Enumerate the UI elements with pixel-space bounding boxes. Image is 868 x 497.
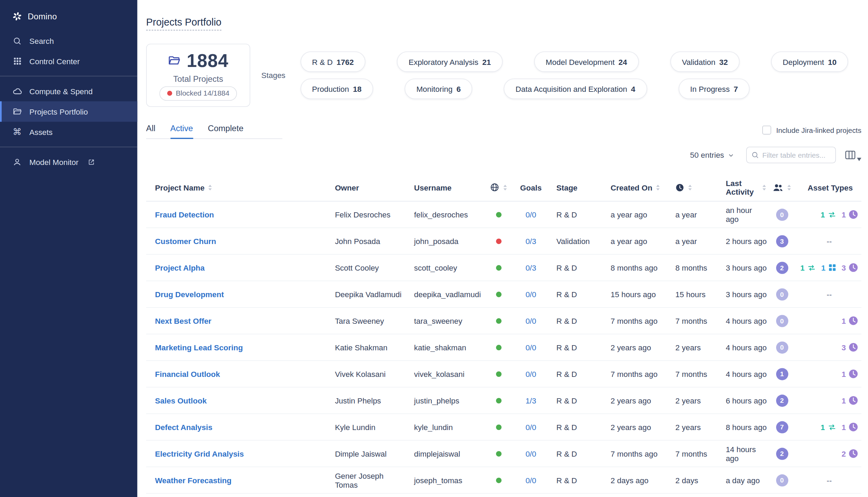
tab-complete[interactable]: Complete bbox=[208, 120, 244, 138]
asset-count: 1 bbox=[841, 396, 846, 405]
project-name-link[interactable]: Fraud Detection bbox=[155, 210, 214, 219]
goals-link[interactable]: 0/3 bbox=[525, 263, 536, 272]
column-label: Goals bbox=[520, 183, 542, 192]
sync-asset-icon bbox=[828, 423, 837, 431]
goals-link[interactable]: 0/0 bbox=[525, 369, 536, 378]
sidebar-item-assets[interactable]: ⌘Assets bbox=[0, 122, 137, 142]
blocked-label: Blocked 14/1884 bbox=[176, 89, 229, 97]
total-projects-count: 1884 bbox=[187, 50, 229, 71]
stage-cell: R & D bbox=[547, 361, 600, 387]
status-dot bbox=[496, 424, 502, 430]
collaborators-badge: 0 bbox=[776, 208, 788, 221]
column-label: Owner bbox=[335, 183, 359, 192]
sort-arrows-icon[interactable] bbox=[208, 184, 213, 191]
blocked-badge[interactable]: Blocked 14/1884 bbox=[159, 86, 237, 100]
stage-pill-in-progress[interactable]: In Progress7 bbox=[678, 79, 750, 99]
goals-link[interactable]: 0/0 bbox=[525, 449, 536, 458]
asset-types-cell: 3 bbox=[797, 334, 861, 360]
stage-cell: R & D bbox=[547, 281, 600, 307]
stage-pill-r-d[interactable]: R & D1762 bbox=[301, 51, 365, 72]
sidebar-item-control-center[interactable]: Control Center bbox=[0, 51, 137, 71]
last-activity-cell: an hour ago bbox=[711, 202, 766, 227]
tab-active[interactable]: Active bbox=[170, 120, 193, 139]
column-header-activity[interactable]: Last Activity bbox=[711, 174, 766, 201]
username-cell: kyle_lundin bbox=[405, 414, 483, 440]
sidebar-item-label: Search bbox=[29, 36, 54, 45]
filter-search bbox=[746, 147, 836, 163]
sidebar-item-search[interactable]: Search bbox=[0, 30, 137, 51]
username-cell: deepika_vadlamudi bbox=[405, 281, 483, 307]
stage-pill-production[interactable]: Production18 bbox=[301, 79, 373, 99]
stage-pill-validation[interactable]: Validation32 bbox=[670, 51, 740, 72]
project-name-link[interactable]: Defect Analysis bbox=[155, 422, 212, 431]
column-header-name[interactable]: Project Name bbox=[146, 174, 326, 201]
sidebar-item-model-monitor[interactable]: Model Monitor bbox=[0, 152, 137, 172]
table-header-row: Project NameOwnerUsernameGoalsStageCreat… bbox=[146, 174, 861, 202]
asset-count: 1 bbox=[841, 369, 846, 378]
brand[interactable]: Domino bbox=[0, 6, 137, 30]
stage-pill-exploratory-analysis[interactable]: Exploratory Analysis21 bbox=[397, 51, 503, 72]
last-activity-cell: 3 hours ago bbox=[711, 281, 766, 307]
stage-pill-model-development[interactable]: Model Development24 bbox=[534, 51, 639, 72]
project-name-link[interactable]: Customer Churn bbox=[155, 237, 216, 246]
column-header-duration[interactable] bbox=[667, 174, 711, 201]
sort-arrows-icon[interactable] bbox=[688, 184, 693, 191]
goals-link[interactable]: 0/0 bbox=[525, 290, 536, 299]
project-name-link[interactable]: Sales Outlook bbox=[155, 396, 207, 405]
project-name-link[interactable]: Financial Outlook bbox=[155, 369, 220, 378]
sort-arrows-icon[interactable] bbox=[762, 184, 766, 191]
sort-arrows-icon[interactable] bbox=[656, 184, 660, 191]
stage-cell: R & D bbox=[547, 308, 600, 334]
sidebar-item-projects-portfolio[interactable]: Projects Portfolio bbox=[0, 101, 137, 121]
jira-checkbox[interactable] bbox=[762, 126, 771, 135]
stage-name: Production bbox=[312, 85, 349, 94]
stage-pill-data-acquisition-and-exploration[interactable]: Data Acquisition and Exploration4 bbox=[504, 79, 647, 99]
stage-count: 18 bbox=[353, 85, 362, 94]
asset-count: 1 bbox=[841, 210, 846, 219]
goals-link[interactable]: 0/0 bbox=[525, 210, 536, 219]
person-icon bbox=[12, 157, 22, 166]
username-cell: justin_phelps bbox=[405, 388, 483, 413]
tab-all[interactable]: All bbox=[146, 120, 155, 138]
sync-asset-icon bbox=[807, 264, 816, 271]
stage-cell: R & D bbox=[547, 467, 600, 493]
goals-link[interactable]: 0/0 bbox=[525, 316, 536, 325]
goals-link[interactable]: 1/3 bbox=[525, 396, 536, 405]
stage-pill-monitoring[interactable]: Monitoring6 bbox=[405, 79, 473, 99]
goals-link[interactable]: 0/3 bbox=[525, 237, 536, 246]
blocked-dot-icon bbox=[167, 91, 172, 96]
stage-name: Data Acquisition and Exploration bbox=[516, 85, 627, 94]
project-name-link[interactable]: Next Best Offer bbox=[155, 316, 211, 325]
project-name-link[interactable]: Weather Forecasting bbox=[155, 476, 232, 485]
stats-row: 1884 Total Projects Blocked 14/1884 Stag… bbox=[146, 44, 861, 107]
created-on-cell: 2 years ago bbox=[601, 388, 667, 413]
username-cell: scott_cooley bbox=[405, 255, 483, 281]
column-header-visibility[interactable] bbox=[483, 174, 515, 201]
column-header-collaborators[interactable] bbox=[767, 174, 797, 201]
brand-label: Domino bbox=[28, 12, 57, 21]
stage-pill-deployment[interactable]: Deployment10 bbox=[771, 51, 848, 72]
jira-checkbox-label: Include Jira-linked projects bbox=[776, 126, 861, 134]
last-activity-cell: 4 hours ago bbox=[711, 308, 766, 334]
entries-dropdown[interactable]: 50 entries bbox=[690, 150, 734, 159]
project-name-link[interactable]: Marketing Lead Scoring bbox=[155, 343, 243, 352]
sort-arrows-icon[interactable] bbox=[786, 184, 791, 191]
stage-count: 24 bbox=[619, 57, 627, 66]
filter-table-input[interactable] bbox=[762, 151, 831, 159]
sort-arrows-icon[interactable] bbox=[503, 184, 507, 191]
sidebar-item-compute-spend[interactable]: Compute & Spend bbox=[0, 81, 137, 101]
column-settings-button[interactable] bbox=[844, 149, 861, 161]
project-name-link[interactable]: Drug Development bbox=[155, 290, 224, 299]
goals-link[interactable]: 0/0 bbox=[525, 422, 536, 431]
sidebar-nav: SearchControl CenterCompute & SpendProje… bbox=[0, 30, 137, 172]
column-header-stage: Stage bbox=[547, 174, 600, 201]
command-icon: ⌘ bbox=[12, 128, 22, 137]
goals-link[interactable]: 0/0 bbox=[525, 343, 536, 352]
project-name-link[interactable]: Project Alpha bbox=[155, 263, 205, 272]
column-header-created[interactable]: Created On bbox=[601, 174, 667, 201]
entries-label: 50 entries bbox=[690, 150, 724, 159]
project-name-link[interactable]: Electricity Grid Analysis bbox=[155, 449, 244, 458]
stage-count: 21 bbox=[482, 57, 491, 66]
goals-link[interactable]: 0/0 bbox=[525, 476, 536, 485]
last-activity-cell: 3 hours ago bbox=[711, 255, 766, 281]
